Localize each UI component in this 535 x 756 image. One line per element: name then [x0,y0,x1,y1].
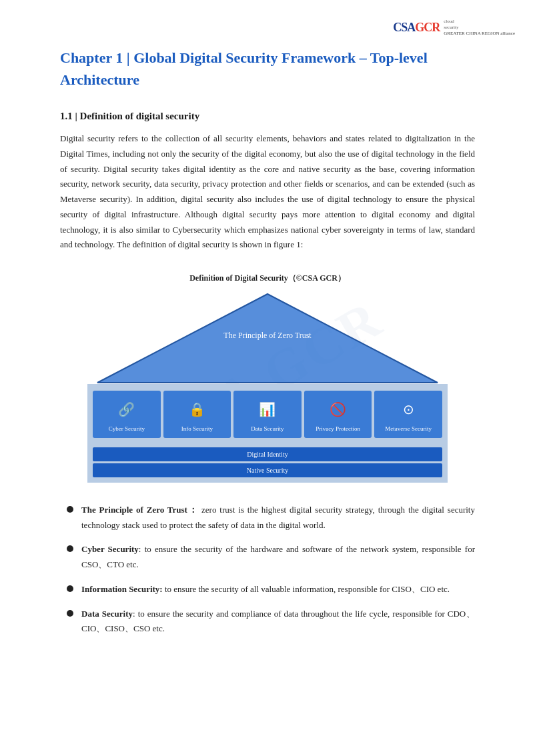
info-security-label: Info Security [181,425,213,433]
security-boxes-row: 🔗 Cyber Security 🔒 Info Security 📊 Data … [87,384,448,445]
logo-tagline: cloud security GREATER CHINA REGION alli… [444,19,515,37]
cyber-security-box: 🔗 Cyber Security [93,391,161,438]
info-security-box: 🔒 Info Security [163,391,231,438]
section-title: 1.1 | Definition of digital security [60,111,475,122]
bullet-dot [67,585,73,592]
bullet-dot [67,545,73,552]
native-security-bar: Native Security [93,463,442,477]
diagram: The Principle of Zero Trust 🔗 Cyber Secu… [87,291,448,483]
data-security-label: Data Security [251,425,284,433]
metaverse-security-label: Metaverse Security [385,425,432,433]
data-security-icon: 📊 [255,397,280,421]
bullet-content-4: Data Security: to ensure the security an… [81,607,475,637]
list-item: Cyber Security: to ensure the security o… [60,542,475,573]
logo-csa-gcr: CSAGCR [393,21,440,35]
zero-trust-label: The Principle of Zero Trust [223,331,311,341]
bullet-list: The Principle of Zero Trust： zero trust … [60,503,475,637]
privacy-protection-label: Privacy Protection [316,425,360,433]
data-security-box: 📊 Data Security [233,391,302,438]
section-body: Digital security refers to the collectio… [60,131,475,253]
list-item: Information Security: to ensure the secu… [60,582,475,597]
list-item: Data Security: to ensure the security an… [60,607,475,637]
metaverse-security-box: ⊙ Metaverse Security [374,391,442,438]
digital-identity-bar: Digital Identity [93,447,442,461]
bullet-dot [67,610,73,617]
logo-area: CSAGCR cloud security GREATER CHINA REGI… [393,19,515,37]
bullet-dot [67,506,73,513]
privacy-protection-icon: 🚫 [326,397,350,421]
cyber-security-label: Cyber Security [109,425,145,433]
chapter-title: Chapter 1 | Global Digital Security Fram… [60,47,475,91]
triangle-area: The Principle of Zero Trust [87,291,448,384]
logo-csa: CSA [393,21,415,34]
bottom-bars: Digital Identity Native Security [87,445,448,483]
logo-gcr: GCR [415,21,440,34]
diagram-title: Definition of Digital Security（©CSA GCR） [87,273,448,284]
bullet-content-3: Information Security: to ensure the secu… [81,582,475,597]
diagram-container: Definition of Digital Security（©CSA GCR）… [87,273,448,483]
info-security-icon: 🔒 [185,397,209,421]
metaverse-security-icon: ⊙ [396,397,420,421]
privacy-protection-box: 🚫 Privacy Protection [304,391,372,438]
bullet-content-2: Cyber Security: to ensure the security o… [81,542,475,573]
list-item: The Principle of Zero Trust： zero trust … [60,503,475,533]
bullet-content-1: The Principle of Zero Trust： zero trust … [81,503,475,533]
cyber-security-icon: 🔗 [115,397,139,421]
